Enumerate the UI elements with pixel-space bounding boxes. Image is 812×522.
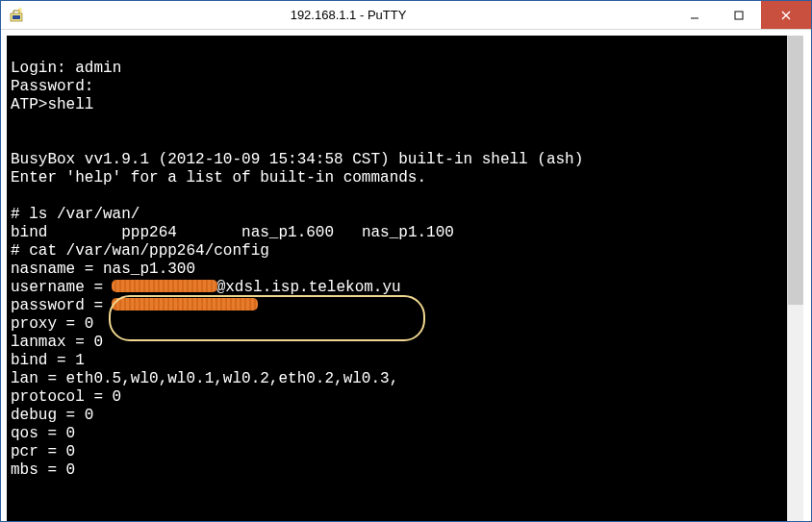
terminal-line: debug = 0: [11, 407, 787, 425]
terminal-line: # cat /var/wan/ppp264/config: [11, 242, 787, 261]
terminal[interactable]: Login: admin Password: ATP>shell BusyBox…: [7, 36, 787, 521]
redacted-password: [113, 299, 257, 310]
terminal-line: BusyBox vv1.9.1 (2012-10-09 15:34:58 CST…: [11, 151, 787, 169]
svg-rect-1: [13, 15, 20, 19]
terminal-line: [11, 41, 787, 60]
window-title: 192.168.1.1 - PuTTY: [24, 8, 672, 22]
app-window: 192.168.1.1 - PuTTY Login: admin Passwor…: [0, 0, 812, 522]
terminal-line: bind ppp264 nas_p1.600 nas_p1.100: [11, 224, 787, 242]
terminal-line: mbs = 0: [11, 461, 787, 480]
window-controls: [672, 1, 811, 29]
terminal-line: [11, 133, 787, 151]
terminal-line: qos = 0: [11, 425, 787, 443]
terminal-line: # ls /var/wan/: [11, 206, 787, 224]
terminal-line: proxy = 0: [11, 315, 787, 334]
close-button[interactable]: [761, 1, 811, 29]
redacted-username: [113, 281, 216, 291]
terminal-line: Login: admin: [11, 60, 787, 78]
titlebar[interactable]: 192.168.1.1 - PuTTY: [1, 1, 811, 30]
vertical-scrollbar[interactable]: [787, 36, 803, 521]
terminal-line: [11, 114, 787, 133]
terminal-line: bind = 1: [11, 352, 787, 370]
terminal-line: lanmax = 0: [11, 334, 787, 352]
terminal-line: [11, 187, 787, 206]
minimize-icon: [690, 11, 699, 20]
terminal-line: nasname = nas_p1.300: [11, 261, 787, 279]
putty-icon: [9, 8, 24, 23]
terminal-line: ATP>shell: [11, 96, 787, 114]
minimize-button[interactable]: [672, 1, 717, 29]
maximize-button[interactable]: [717, 1, 761, 29]
scrollbar-thumb[interactable]: [788, 36, 803, 305]
terminal-line: username = @xdsl.isp.telekom.yu: [11, 279, 787, 297]
svg-rect-3: [735, 12, 743, 19]
close-icon: [781, 11, 791, 20]
terminal-line: password =: [11, 297, 787, 315]
terminal-line: pcr = 0: [11, 443, 787, 461]
terminal-line: protocol = 0: [11, 388, 787, 407]
maximize-icon: [734, 11, 744, 20]
terminal-line: lan = eth0.5,wl0,wl0.1,wl0.2,eth0.2,wl0.…: [11, 370, 787, 388]
terminal-line: Enter 'help' for a list of built-in comm…: [11, 169, 787, 187]
terminal-line: Password:: [11, 78, 787, 96]
terminal-container: Login: admin Password: ATP>shell BusyBox…: [1, 30, 811, 521]
